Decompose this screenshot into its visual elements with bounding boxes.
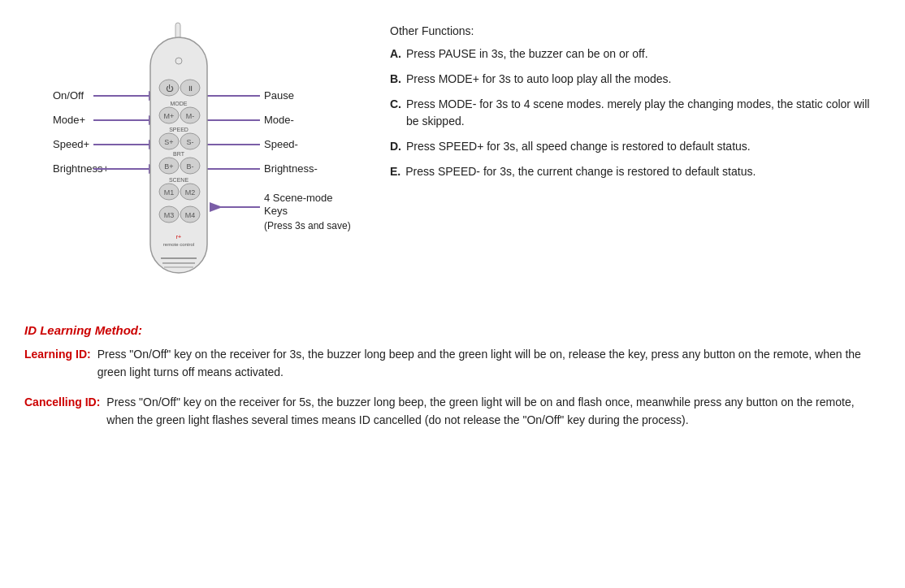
btn-m4-label: M4 xyxy=(185,211,196,219)
btn-speed-minus-label: S- xyxy=(187,138,194,146)
learning-id-text: Press "On/Off" key on the receiver for 3… xyxy=(97,345,881,382)
function-item-e: E. Press SPEED- for 3s, the current chan… xyxy=(390,163,881,180)
btn-m3-label: M3 xyxy=(164,211,175,219)
btn-pause-label: ⏸ xyxy=(187,84,194,93)
remote-area: On/Off Mode+ Speed+ Brightness+ Pause Mo… xyxy=(24,16,366,303)
function-item-d: D. Press SPEED+ for 3s, all speed change… xyxy=(390,138,881,155)
func-text-e: Press SPEED- for 3s, the current change … xyxy=(405,163,756,180)
label-scene-2: Keys xyxy=(264,205,288,217)
cancelling-id-row: Cancelling ID: Press "On/Off" key on the… xyxy=(24,393,881,430)
label-mode-minus: Mode- xyxy=(264,114,294,126)
btn-brightness-minus-label: B- xyxy=(187,162,194,171)
label-pause: Pause xyxy=(264,89,294,102)
learning-id-row: Learning ID: Press "On/Off" key on the r… xyxy=(24,345,881,382)
scene-label-remote: SCENE xyxy=(169,177,188,183)
cancelling-id-label: Cancelling ID: xyxy=(24,393,100,430)
brand-text: remote control xyxy=(163,242,194,247)
label-speed-plus: Speed+ xyxy=(53,138,89,150)
btn-m1-label: M1 xyxy=(164,188,175,197)
learning-id-label: Learning ID: xyxy=(24,345,91,382)
func-letter-c: C. xyxy=(390,96,401,130)
label-onoff: On/Off xyxy=(53,89,84,102)
top-section: On/Off Mode+ Speed+ Brightness+ Pause Mo… xyxy=(24,16,881,303)
func-letter-d: D. xyxy=(390,138,401,155)
functions-title: Other Functions: xyxy=(390,24,881,37)
btn-mode-minus-label: M- xyxy=(186,112,195,120)
function-item-a: A. Press PAUSE in 3s, the buzzer can be … xyxy=(390,45,881,63)
btn-m2-label: M2 xyxy=(185,188,196,197)
id-learning-title: ID Learning Method: xyxy=(24,323,881,337)
func-text-c: Press MODE- for 3s to 4 scene modes. mer… xyxy=(406,96,881,130)
label-brightness-minus: Brightness- xyxy=(264,162,318,175)
btn-brightness-plus-label: B+ xyxy=(164,162,173,171)
remote-diagram: On/Off Mode+ Speed+ Brightness+ Pause Mo… xyxy=(24,16,366,300)
btn-power-label: ⏻ xyxy=(166,84,174,93)
func-text-a: Press PAUSE in 3s, the buzzer can be on … xyxy=(406,45,648,63)
speed-label: SPEED xyxy=(169,127,188,132)
btn-speed-plus-label: S+ xyxy=(164,138,173,146)
label-mode-plus: Mode+ xyxy=(53,114,85,126)
label-speed-minus: Speed- xyxy=(264,138,298,150)
btn-mode-plus-label: M+ xyxy=(164,112,175,120)
mode-label: MODE xyxy=(171,101,188,106)
label-scene-1: 4 Scene-mode xyxy=(264,192,333,204)
func-letter-b: B. xyxy=(390,71,401,88)
bottom-section: ID Learning Method: Learning ID: Press "… xyxy=(24,322,881,430)
func-text-d: Press SPEED+ for 3s, all speed change is… xyxy=(406,138,751,155)
functions-area: Other Functions: A. Press PAUSE in 3s, t… xyxy=(390,16,881,303)
function-item-c: C. Press MODE- for 3s to 4 scene modes. … xyxy=(390,96,881,130)
label-scene-sub: (Press 3s and save) xyxy=(264,220,351,231)
cancelling-id-text: Press "On/Off" key on the receiver for 5… xyxy=(106,393,881,430)
func-letter-a: A. xyxy=(390,45,401,63)
functions-list: A. Press PAUSE in 3s, the buzzer can be … xyxy=(390,45,881,180)
func-letter-e: E. xyxy=(390,163,401,180)
func-text-b: Press MODE+ for 3s to auto loop play all… xyxy=(406,71,671,88)
brand-logo: r+ xyxy=(176,234,181,240)
function-item-b: B. Press MODE+ for 3s to auto loop play … xyxy=(390,71,881,88)
brt-label: BRT xyxy=(173,151,185,157)
